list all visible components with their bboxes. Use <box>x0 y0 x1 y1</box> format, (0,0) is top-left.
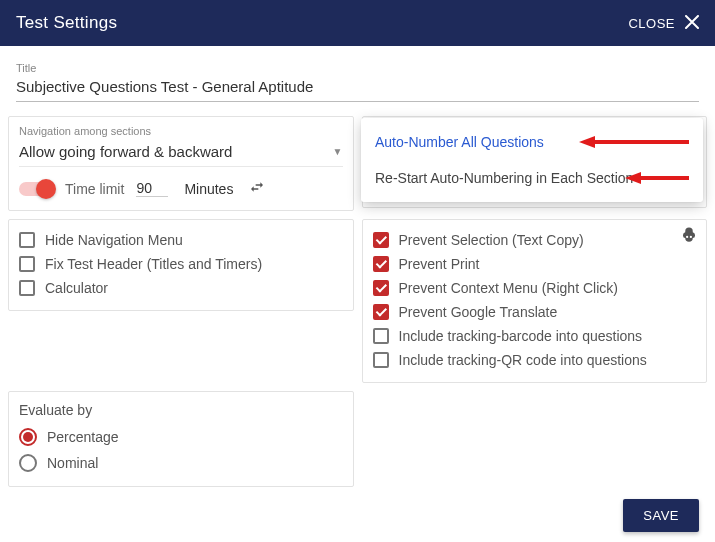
close-icon <box>685 15 699 32</box>
dialog-header: Test Settings CLOSE <box>0 0 715 46</box>
checkbox-row: Prevent Selection (Text Copy) <box>373 228 697 252</box>
checkbox-row: Prevent Print <box>373 252 697 276</box>
chevron-down-icon: ▼ <box>333 146 343 157</box>
anti-cheat-icon[interactable] <box>680 226 698 247</box>
evaluate-by-block: Evaluate by PercentageNominal <box>8 391 354 487</box>
time-limit-input[interactable] <box>136 180 168 197</box>
evaluate-by-label: Evaluate by <box>19 402 343 418</box>
checkbox[interactable] <box>373 280 389 296</box>
checkbox[interactable] <box>19 232 35 248</box>
time-limit-label: Time limit <box>65 181 124 197</box>
checkbox[interactable] <box>19 280 35 296</box>
checkbox-label[interactable]: Prevent Context Menu (Right Click) <box>399 280 618 296</box>
auto-numbering-dropdown: Auto-Number All Questions Re-Start Auto-… <box>361 118 704 202</box>
title-input[interactable] <box>16 74 699 102</box>
toggle-knob <box>36 179 56 199</box>
dropdown-option-label: Auto-Number All Questions <box>375 134 544 150</box>
navigation-select[interactable]: Allow going forward & backward ▼ <box>19 137 343 167</box>
radio-row[interactable]: Nominal <box>19 450 343 476</box>
navigation-label: Navigation among sections <box>19 125 343 137</box>
checkbox-label[interactable]: Include tracking-QR code into questions <box>399 352 647 368</box>
radio-label: Nominal <box>47 455 98 471</box>
checkbox-label[interactable]: Hide Navigation Menu <box>45 232 183 248</box>
dropdown-option-restart-each-section[interactable]: Re-Start Auto-Numbering in Each Section <box>361 160 704 196</box>
time-limit-row: Time limit Minutes <box>19 177 343 200</box>
checkbox-row: Prevent Context Menu (Right Click) <box>373 276 697 300</box>
checkbox[interactable] <box>373 352 389 368</box>
time-unit-label: Minutes <box>180 181 237 197</box>
checkbox-label[interactable]: Calculator <box>45 280 108 296</box>
title-field-group: Title <box>8 54 707 104</box>
checkbox-row: Prevent Google Translate <box>373 300 697 324</box>
navigation-block: Navigation among sections Allow going fo… <box>8 116 354 211</box>
annotation-arrow-icon <box>625 169 689 187</box>
security-options-block: Prevent Selection (Text Copy)Prevent Pri… <box>362 219 708 383</box>
radio-label: Percentage <box>47 429 119 445</box>
checkbox-row: Include tracking-barcode into questions <box>373 324 697 348</box>
dropdown-option-label: Re-Start Auto-Numbering in Each Section <box>375 170 633 186</box>
checkbox[interactable] <box>373 256 389 272</box>
dialog-title: Test Settings <box>16 13 117 33</box>
checkbox-row: Calculator <box>19 276 343 300</box>
save-button[interactable]: SAVE <box>623 499 699 532</box>
dialog-footer: SAVE <box>8 487 707 542</box>
checkbox[interactable] <box>373 304 389 320</box>
time-limit-toggle[interactable] <box>19 182 53 196</box>
checkbox-row: Hide Navigation Menu <box>19 228 343 252</box>
checkbox-label[interactable]: Prevent Print <box>399 256 480 272</box>
checkbox-label[interactable]: Prevent Selection (Text Copy) <box>399 232 584 248</box>
close-label: CLOSE <box>628 16 675 31</box>
navigation-value: Allow going forward & backward <box>19 143 232 160</box>
radio-row[interactable]: Percentage <box>19 424 343 450</box>
swap-horiz-icon[interactable] <box>249 179 265 198</box>
radio-button[interactable] <box>19 454 37 472</box>
checkbox-label[interactable]: Prevent Google Translate <box>399 304 558 320</box>
checkbox-row: Fix Test Header (Titles and Timers) <box>19 252 343 276</box>
checkbox[interactable] <box>373 328 389 344</box>
svg-marker-1 <box>579 136 595 148</box>
checkbox-label[interactable]: Fix Test Header (Titles and Timers) <box>45 256 262 272</box>
radio-button[interactable] <box>19 428 37 446</box>
checkbox[interactable] <box>373 232 389 248</box>
left-options-block: Hide Navigation MenuFix Test Header (Tit… <box>8 219 354 311</box>
checkbox[interactable] <box>19 256 35 272</box>
annotation-arrow-icon <box>579 133 689 151</box>
checkbox-label[interactable]: Include tracking-barcode into questions <box>399 328 643 344</box>
title-label: Title <box>16 62 699 74</box>
checkbox-row: Include tracking-QR code into questions <box>373 348 697 372</box>
close-button[interactable]: CLOSE <box>628 15 699 32</box>
dropdown-option-auto-number-all[interactable]: Auto-Number All Questions <box>361 124 704 160</box>
